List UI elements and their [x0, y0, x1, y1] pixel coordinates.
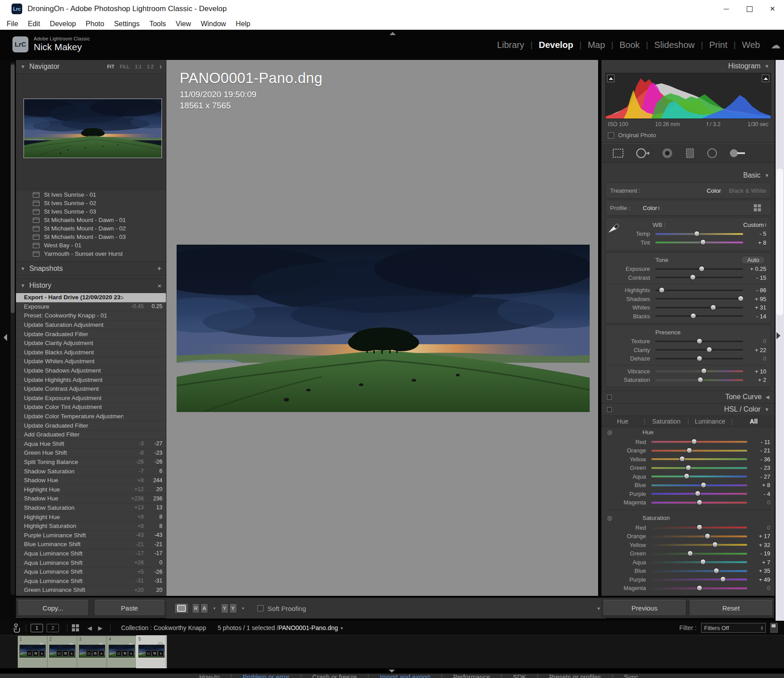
slider-knob[interactable] [701, 368, 707, 374]
filmstrip-thumbnail[interactable]: 3▭⧉± [77, 636, 107, 668]
weblink-crash-or-freeze[interactable]: Crash or freeze [302, 674, 367, 678]
slider-knob[interactable] [699, 266, 705, 272]
collection-item[interactable]: West Bay - 01 [16, 241, 166, 250]
collection-item[interactable]: Yarmouth - Sunset over Hurst [16, 250, 166, 258]
soft-proofing-checkbox[interactable] [257, 605, 264, 611]
module-map[interactable]: Map [582, 40, 611, 50]
grabber-hand-icon[interactable] [12, 623, 21, 633]
slider-track[interactable] [651, 544, 747, 546]
slider-knob[interactable] [700, 559, 706, 565]
menu-help[interactable]: Help [231, 20, 255, 28]
collection-badge[interactable]: ⧉ [92, 650, 98, 656]
grid-view-icon[interactable] [72, 624, 79, 631]
slider-knob[interactable] [710, 305, 716, 310]
slider-track[interactable] [651, 579, 747, 580]
history-step[interactable]: Highlight Saturation+88 [16, 522, 166, 531]
history-step[interactable]: Update Blacks Adjustment [16, 348, 166, 357]
slider-track[interactable] [655, 315, 743, 317]
collapse-bottom-arrow[interactable] [389, 670, 395, 673]
slider-track[interactable] [651, 450, 747, 452]
profile-value[interactable]: Color [643, 205, 657, 211]
history-step[interactable]: Yellow Luminance Shift-17-17 [16, 595, 166, 596]
slider-track[interactable] [651, 467, 747, 469]
navigator-preview-image[interactable] [24, 99, 162, 158]
history-step[interactable]: Aqua Luminance Shift+5-26 [16, 567, 166, 577]
navigator-header[interactable]: ▼ Navigator FITFILL1:11:2▴▾ [16, 60, 166, 73]
history-step[interactable]: Aqua Luminance Shift-31-31 [16, 576, 166, 586]
slider-knob[interactable] [687, 551, 693, 556]
history-step[interactable]: Update Exposure Adjustment [16, 394, 166, 403]
slider-knob[interactable] [705, 533, 710, 539]
profile-browser-icon[interactable] [754, 204, 761, 211]
menu-tools[interactable]: Tools [145, 20, 171, 28]
adjustments-badge[interactable]: ± [69, 650, 75, 656]
nav-zoom-dropdown-icon[interactable]: ▴▾ [160, 64, 162, 69]
history-step[interactable]: Aqua Luminance Shift+260 [16, 558, 166, 567]
gps-badge[interactable]: ▭ [86, 650, 92, 656]
collection-badge[interactable]: ⧉ [63, 650, 68, 656]
collection-badge[interactable]: ⧉ [33, 650, 39, 656]
hsl-tab-luminance[interactable]: Luminance [689, 418, 731, 425]
slider-knob[interactable] [697, 377, 703, 383]
saturation-targeted-adjustment-icon[interactable]: ◎ [602, 515, 618, 521]
slider-track[interactable] [651, 553, 747, 555]
slider-knob[interactable] [720, 576, 726, 582]
history-step[interactable]: Export - Hard Drive (12/09/2020 23:47:21… [16, 293, 166, 302]
slider-knob[interactable] [691, 439, 697, 444]
auto-button[interactable]: Auto [741, 256, 765, 264]
crop-tool-icon[interactable] [611, 147, 625, 159]
slider-knob[interactable] [659, 287, 665, 293]
slider-track[interactable] [651, 535, 747, 537]
weblink-problem-or-error[interactable]: Problem or error [232, 674, 300, 678]
original-photo-checkbox[interactable] [608, 132, 614, 139]
menu-settings[interactable]: Settings [109, 20, 145, 28]
filmstrip-thumbnail[interactable]: 5▭⧉± [137, 636, 166, 668]
history-step[interactable]: Preset: Cookworthy Knapp - 01 [16, 311, 166, 321]
right-scrollbar-track[interactable] [776, 60, 784, 667]
shadow-clipping-indicator[interactable] [607, 75, 615, 82]
history-step[interactable]: Green Hue Shift-8-23 [16, 448, 166, 458]
slider-track[interactable] [655, 358, 743, 360]
wb-value[interactable]: Custom [743, 222, 764, 228]
weblink-presets-or-profiles[interactable]: Presets or profiles [539, 674, 612, 678]
menu-file[interactable]: File [2, 20, 23, 28]
collection-item[interactable]: St Ives Sunrise - 02 [16, 199, 166, 207]
slider-track[interactable] [655, 307, 743, 309]
history-step[interactable]: Split Toning Balance-26-26 [16, 458, 166, 467]
slider-track[interactable] [651, 484, 747, 486]
slider-track[interactable] [655, 289, 743, 291]
maximize-button[interactable] [738, 0, 761, 18]
slider-knob[interactable] [700, 239, 706, 245]
slider-knob[interactable] [686, 448, 692, 453]
module-develop[interactable]: Develop [532, 40, 579, 50]
highlight-clipping-indicator[interactable] [762, 75, 769, 82]
profile-dropdown-icon[interactable]: ▴▾ [658, 206, 660, 210]
hsl-tab-hue[interactable]: Hue [602, 418, 644, 425]
treatment-color-option[interactable]: Color [707, 187, 721, 194]
history-step[interactable]: Update Contrast Adjustment [16, 385, 166, 394]
history-step[interactable]: Update Whites Adjustment [16, 357, 166, 366]
filter-dropdown[interactable]: Filters Off ▴▾ [701, 623, 766, 633]
slider-knob[interactable] [697, 524, 702, 530]
slider-track[interactable] [651, 502, 747, 504]
menu-develop[interactable]: Develop [45, 20, 81, 28]
collapse-top-arrow[interactable] [390, 32, 396, 35]
redeye-tool-icon[interactable] [661, 147, 674, 159]
history-step[interactable]: Highlight Hue+88 [16, 512, 166, 522]
hsl-header[interactable]: HSL / Color ▼ [602, 403, 775, 416]
slider-track[interactable] [655, 268, 743, 270]
history-step[interactable]: Shadow Saturation-76 [16, 467, 166, 476]
slider-knob[interactable] [684, 473, 689, 479]
weblink-performance[interactable]: Performance [442, 674, 500, 678]
hsl-tab-all[interactable]: All [733, 418, 775, 425]
slider-track[interactable] [655, 242, 743, 243]
slider-knob[interactable] [706, 347, 712, 353]
radial-filter-icon[interactable] [706, 147, 718, 159]
adjustments-badge[interactable]: ± [98, 650, 104, 656]
before-after-dropdown-icon[interactable]: ▾ [242, 606, 244, 611]
adjustments-badge[interactable]: ± [39, 650, 45, 656]
history-step[interactable]: Shadow Saturation+1313 [16, 504, 166, 513]
snapshots-header[interactable]: ▼ Snapshots + [16, 262, 166, 276]
loupe-view-button[interactable] [174, 603, 189, 614]
history-header[interactable]: ▼ History × [16, 278, 166, 293]
